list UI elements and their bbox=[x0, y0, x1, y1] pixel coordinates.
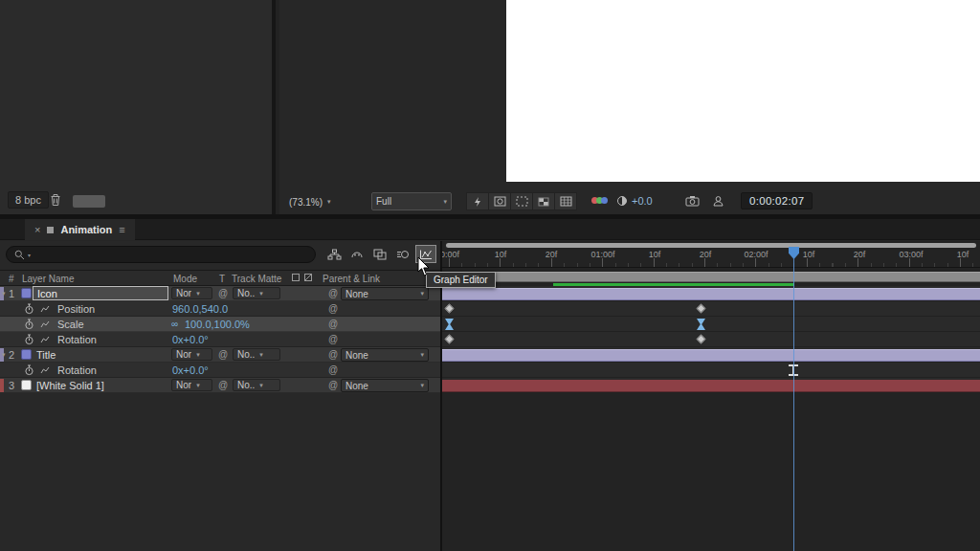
track-matte-pickwhip-icon[interactable]: @ bbox=[218, 349, 228, 360]
property-pickwhip-icon[interactable]: @ bbox=[328, 303, 338, 314]
graph-toggle-icon[interactable] bbox=[40, 320, 50, 329]
motion-blur-icon[interactable] bbox=[392, 245, 413, 263]
parent-link-dropdown[interactable]: None▾ bbox=[341, 379, 429, 392]
zoom-dropdown[interactable]: (73.1%) ▾ bbox=[285, 193, 335, 210]
trash-icon[interactable] bbox=[50, 193, 61, 207]
column-header-row: # Layer Name Mode T Track Matte Parent &… bbox=[0, 270, 440, 286]
snapshot-camera-icon[interactable] bbox=[685, 195, 700, 207]
chevron-down-icon: ▾ bbox=[259, 290, 263, 298]
expand-arrow-icon[interactable]: ▾ bbox=[2, 290, 6, 298]
property-value[interactable]: 0x+0.0° bbox=[172, 334, 209, 345]
layer-row-title[interactable]: ▾ 2 Title Nor▾ @ No..▾ @ None▾ bbox=[0, 347, 440, 363]
channel-settings-icon[interactable] bbox=[593, 197, 608, 204]
track-matte-dropdown[interactable]: No..▾ bbox=[233, 379, 280, 391]
mask-visibility-icon[interactable] bbox=[488, 192, 511, 210]
layer-name-field[interactable]: Icon bbox=[33, 286, 168, 300]
layer-row-icon[interactable]: ▾ 1 Icon Nor▾ @ No..▾ @ None▾ bbox=[0, 286, 440, 301]
col-parent-link: Parent & Link bbox=[323, 274, 380, 284]
stopwatch-icon[interactable] bbox=[24, 334, 34, 345]
link-dimensions-icon[interactable]: ∞ bbox=[171, 319, 178, 329]
property-pickwhip-icon[interactable]: @ bbox=[328, 319, 338, 329]
track-matte-pickwhip-icon[interactable]: @ bbox=[218, 380, 228, 390]
chevron-down-icon: ▾ bbox=[327, 198, 331, 206]
property-name[interactable]: Rotation bbox=[57, 364, 97, 376]
shy-layers-icon[interactable] bbox=[346, 245, 368, 263]
exposure-control[interactable]: +0.0 bbox=[616, 195, 653, 207]
blend-mode-dropdown[interactable]: Nor▾ bbox=[171, 379, 212, 391]
parent-pickwhip-icon[interactable]: @ bbox=[328, 288, 338, 298]
mini-flowchart-icon[interactable] bbox=[323, 245, 345, 263]
chevron-down-icon: ▾ bbox=[196, 290, 200, 298]
layer-number: 2 bbox=[9, 349, 14, 361]
chevron-down-icon: ▾ bbox=[259, 382, 263, 389]
property-name[interactable]: Position bbox=[57, 303, 95, 315]
graph-toggle-icon[interactable] bbox=[40, 365, 50, 375]
track-matte-dropdown[interactable]: No..▾ bbox=[233, 348, 280, 361]
label-color-chip[interactable] bbox=[0, 379, 4, 392]
show-snapshot-icon[interactable] bbox=[712, 195, 724, 207]
property-value[interactable]: 100.0,100.0% bbox=[185, 319, 250, 330]
layer-number: 3 bbox=[9, 380, 14, 391]
search-options-chevron-icon[interactable]: ▾ bbox=[28, 252, 31, 258]
frame-blending-icon[interactable] bbox=[369, 245, 390, 263]
track-matte-pickwhip-icon[interactable]: @ bbox=[218, 288, 228, 298]
stopwatch-icon[interactable] bbox=[24, 303, 34, 315]
resolution-dropdown[interactable]: Full ▾ bbox=[371, 192, 452, 210]
timeline-tracks-area[interactable]: 0:00f 10f 20f 01:00f 10f 20f 02:00f 10f … bbox=[442, 241, 980, 551]
layer-name[interactable]: Title bbox=[36, 349, 56, 361]
blend-mode-dropdown[interactable]: Nor▾ bbox=[171, 287, 212, 299]
property-value[interactable]: 960.0,540.0 bbox=[172, 303, 228, 315]
graph-toggle-icon[interactable] bbox=[40, 335, 50, 344]
chevron-down-icon: ▾ bbox=[196, 351, 200, 359]
property-row-position[interactable]: Position 960.0,540.0 @ bbox=[0, 301, 440, 317]
proxy-button[interactable] bbox=[73, 195, 105, 208]
project-panel: 8 bpc bbox=[0, 0, 276, 214]
stopwatch-icon[interactable] bbox=[24, 364, 34, 376]
col-mode: Mode bbox=[173, 274, 197, 284]
property-row-rotation-title[interactable]: Rotation 0x+0.0° @ bbox=[0, 363, 440, 378]
col-number: # bbox=[9, 274, 14, 284]
parent-link-dropdown[interactable]: None▾ bbox=[341, 287, 429, 300]
preview-timecode[interactable]: 0:00:02:07 bbox=[741, 192, 813, 209]
timeline-navigator-bar[interactable] bbox=[446, 243, 976, 248]
expand-arrow-icon[interactable]: ▾ bbox=[2, 351, 6, 359]
grid-guides-icon[interactable] bbox=[554, 192, 577, 210]
property-pickwhip-icon[interactable]: @ bbox=[328, 334, 338, 344]
property-value[interactable]: 0x+0.0° bbox=[172, 364, 209, 376]
tab-animation[interactable]: × Animation ≡ bbox=[25, 219, 135, 240]
layer-list-pane: ▾ # Layer Name Mode T Track Ma bbox=[0, 241, 440, 551]
chevron-down-icon: ▾ bbox=[420, 351, 424, 359]
property-name[interactable]: Scale bbox=[57, 319, 84, 330]
chevron-down-icon: ▾ bbox=[443, 198, 447, 206]
property-name[interactable]: Rotation bbox=[57, 334, 97, 345]
track-matte-dropdown[interactable]: No..▾ bbox=[233, 287, 280, 299]
fast-previews-icon[interactable] bbox=[466, 192, 489, 210]
chevron-down-icon: ▾ bbox=[196, 382, 200, 389]
property-row-scale[interactable]: Scale ∞ 100.0,100.0% @ bbox=[0, 317, 440, 332]
layer-number: 1 bbox=[9, 288, 14, 299]
property-pickwhip-icon[interactable]: @ bbox=[328, 364, 338, 375]
layer-name[interactable]: [White Solid 1] bbox=[36, 380, 104, 391]
region-of-interest-icon[interactable] bbox=[510, 192, 533, 210]
chevron-down-icon: ▾ bbox=[420, 290, 424, 298]
cached-frames-indicator bbox=[553, 283, 794, 286]
parent-pickwhip-icon[interactable]: @ bbox=[328, 380, 338, 390]
layer-row-white-solid[interactable]: 3 [White Solid 1] Nor▾ @ No..▾ @ None▾ bbox=[0, 378, 440, 393]
layer-duration-bar-icon[interactable] bbox=[442, 288, 980, 300]
bpc-button[interactable]: 8 bpc bbox=[8, 191, 49, 209]
graph-toggle-icon[interactable] bbox=[40, 304, 50, 314]
blend-mode-dropdown[interactable]: Nor▾ bbox=[171, 348, 212, 361]
panel-icon bbox=[47, 227, 54, 233]
layer-duration-bar-white-solid[interactable] bbox=[442, 380, 980, 392]
search-icon bbox=[14, 250, 25, 260]
work-area-bar[interactable] bbox=[442, 272, 980, 282]
stopwatch-icon[interactable] bbox=[24, 319, 34, 330]
parent-pickwhip-icon[interactable]: @ bbox=[328, 349, 338, 360]
panel-menu-icon[interactable]: ≡ bbox=[119, 224, 124, 235]
close-tab-icon[interactable]: × bbox=[34, 224, 40, 235]
transparency-grid-icon[interactable] bbox=[532, 192, 555, 210]
layer-duration-bar-title[interactable] bbox=[442, 349, 980, 362]
parent-link-dropdown[interactable]: None▾ bbox=[341, 348, 429, 362]
property-row-rotation[interactable]: Rotation 0x+0.0° @ bbox=[0, 332, 440, 347]
search-input[interactable]: ▾ bbox=[6, 246, 316, 263]
